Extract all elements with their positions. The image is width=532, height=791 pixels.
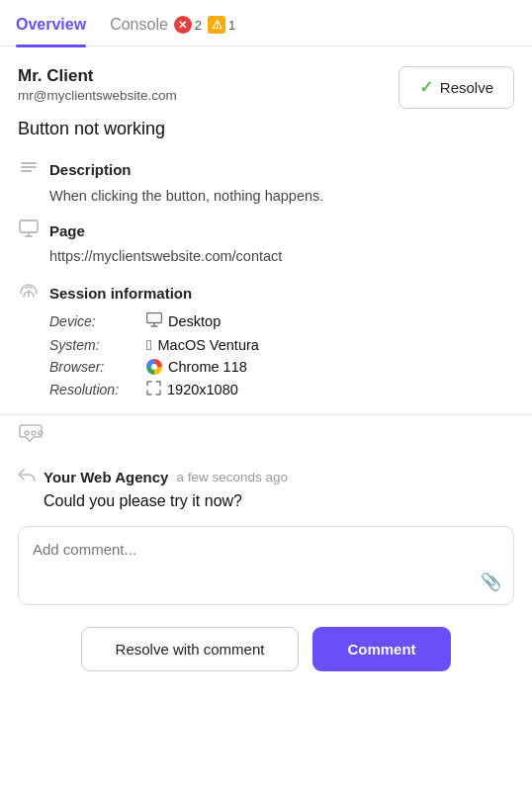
comments-section: Your Web Agency a few seconds ago Could …: [0, 421, 532, 510]
comment-button[interactable]: Comment: [312, 627, 451, 671]
comment-meta: Your Web Agency a few seconds ago: [18, 467, 514, 486]
description-title: Description: [49, 161, 132, 178]
comment-author: Your Web Agency: [44, 469, 168, 485]
page-url: https://myclientswebsite.com/contact: [18, 248, 514, 264]
user-email: mr@myclientswebsite.com: [18, 88, 177, 103]
divider: [0, 414, 532, 415]
svg-point-9: [25, 431, 29, 435]
device-value: Desktop: [146, 312, 221, 330]
description-header: Description: [18, 157, 514, 182]
fingerprint-icon: [18, 280, 40, 307]
session-device-row: Device: Desktop: [49, 312, 514, 330]
browser-label: Browser:: [49, 359, 138, 375]
add-comment-box[interactable]: 📎: [18, 526, 514, 605]
reply-icon: [18, 467, 36, 486]
warning-badge: ⚠ 1: [208, 16, 235, 34]
tab-console[interactable]: Console ✕ 2 ⚠ 1: [110, 0, 235, 45]
session-title: Session information: [49, 285, 192, 302]
resolve-with-comment-button[interactable]: Resolve with comment: [81, 627, 299, 671]
session-table: Device: Desktop System: : [18, 312, 514, 398]
svg-point-10: [32, 431, 36, 435]
warning-icon: ⚠: [208, 16, 225, 34]
error-badge: ✕ 2: [174, 16, 202, 34]
comment-entry: Your Web Agency a few seconds ago Could …: [18, 467, 514, 510]
device-label: Device:: [49, 313, 138, 329]
svg-rect-6: [147, 313, 162, 323]
page-header: Page: [18, 220, 514, 242]
tab-overview[interactable]: Overview: [16, 0, 86, 45]
error-icon: ✕: [174, 16, 192, 34]
user-name: Mr. Client: [18, 66, 177, 86]
chrome-icon: [146, 359, 162, 375]
monitor-icon: [18, 220, 40, 242]
main-content: Mr. Client mr@myclientswebsite.com ✓ Res…: [0, 46, 532, 398]
resize-icon: [146, 381, 161, 398]
resolve-button[interactable]: ✓ Resolve: [399, 66, 514, 109]
resolution-value: 1920x1080: [146, 381, 238, 398]
comment-input[interactable]: [33, 541, 499, 590]
user-info: Mr. Client mr@myclientswebsite.com: [18, 66, 177, 103]
description-section: Description When clicking the button, no…: [18, 157, 514, 204]
comment-text: Could you please try it now?: [18, 492, 514, 510]
description-icon: [18, 157, 40, 182]
browser-value: Chrome 118: [146, 359, 247, 375]
session-section: Session information Device: Desktop: [18, 280, 514, 398]
comment-time: a few seconds ago: [176, 470, 288, 484]
session-header: Session information: [18, 280, 514, 307]
header-row: Mr. Client mr@myclientswebsite.com ✓ Res…: [18, 66, 514, 109]
paperclip-icon[interactable]: 📎: [481, 571, 501, 592]
svg-rect-3: [20, 220, 38, 232]
check-icon: ✓: [419, 77, 433, 98]
session-browser-row: Browser: Chrome 118: [49, 359, 514, 375]
session-resolution-row: Resolution: 1920x1080: [49, 381, 514, 398]
comment-icon-row: [18, 421, 514, 451]
system-label: System:: [49, 337, 138, 353]
apple-icon: : [146, 336, 151, 353]
bottom-actions: Resolve with comment Comment: [0, 617, 532, 687]
chat-icon: [18, 421, 44, 451]
page-title-label: Page: [49, 222, 85, 239]
page-section: Page https://myclientswebsite.com/contac…: [18, 220, 514, 264]
device-icon: [146, 312, 162, 330]
session-system-row: System:  MacOS Ventura: [49, 336, 514, 353]
tabs-bar: Overview Console ✕ 2 ⚠ 1: [0, 0, 532, 46]
resolution-label: Resolution:: [49, 382, 138, 397]
issue-title: Button not working: [18, 119, 514, 139]
description-text: When clicking the button, nothing happen…: [18, 188, 514, 204]
system-value:  MacOS Ventura: [146, 336, 259, 353]
